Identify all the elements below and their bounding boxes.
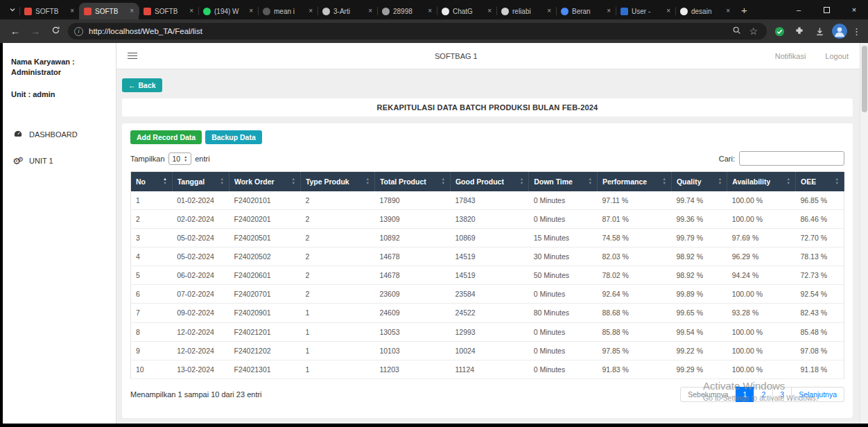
download-icon[interactable]: [812, 26, 827, 37]
column-header-good-product[interactable]: Good Product▲▼: [450, 172, 528, 192]
column-header-work-order[interactable]: Work Order▲▼: [229, 172, 300, 192]
tab-close-icon[interactable]: ×: [368, 8, 372, 15]
search-input[interactable]: [739, 151, 844, 166]
sidebar-item-unit-1[interactable]: ⚙⚙ UNIT 1: [11, 148, 107, 174]
browser-tab[interactable]: desain×: [675, 3, 735, 19]
browser-tab[interactable]: ChatG×: [437, 3, 496, 19]
table-cell: 2: [131, 210, 173, 229]
back-button[interactable]: ←Back: [122, 78, 162, 92]
extension-check-icon[interactable]: [772, 26, 787, 37]
forward-icon[interactable]: →: [28, 26, 43, 37]
browser-menu-icon[interactable]: ⋮: [852, 26, 860, 37]
notifications-link[interactable]: Notifikasi: [775, 52, 806, 60]
tab-close-icon[interactable]: ×: [189, 8, 193, 15]
site-info-icon[interactable]: i: [74, 27, 83, 36]
sort-icons: ▲▼: [520, 177, 523, 186]
tab-search-icon[interactable]: [6, 3, 19, 17]
table-cell: 6: [131, 285, 173, 304]
table-cell: 13-02-2024: [172, 360, 229, 378]
back-icon[interactable]: ←: [8, 26, 23, 37]
table-cell: 99.89 %: [671, 285, 727, 304]
tab-close-icon[interactable]: ×: [726, 8, 730, 15]
column-header-availability[interactable]: Availability▲▼: [727, 172, 796, 192]
add-record-button[interactable]: Add Record Data: [130, 130, 202, 144]
table-cell: 74.58 %: [597, 229, 671, 247]
scrollbar[interactable]: [860, 43, 868, 424]
browser-tab[interactable]: mean i×: [258, 3, 318, 19]
column-header-performance[interactable]: Performance▲▼: [597, 172, 671, 192]
sidebar: Nama Karyawan : Administrator Unit : adm…: [3, 43, 116, 424]
sort-icons: ▲▼: [662, 177, 666, 186]
browser-tab[interactable]: (194) W×: [198, 3, 258, 19]
column-header-no[interactable]: No▲▼: [131, 172, 173, 192]
browser-tab[interactable]: SOFTB×: [139, 3, 198, 19]
tab-title: mean i: [274, 8, 305, 15]
entries-value: 10: [173, 155, 181, 163]
column-header-tanggal[interactable]: Tanggal▲▼: [172, 172, 229, 192]
page-button-3[interactable]: 3: [772, 387, 792, 402]
backup-data-button[interactable]: Backup Data: [205, 130, 262, 144]
tab-favicon-icon: [322, 8, 330, 15]
column-header-type-produk[interactable]: Type Produk▲▼: [300, 172, 374, 192]
minimize-button[interactable]: –: [785, 0, 813, 19]
table-cell: 10103: [374, 341, 450, 360]
column-header-down-time[interactable]: Down Time▲▼: [529, 172, 598, 192]
zoom-icon[interactable]: [732, 25, 741, 37]
column-header-total-product[interactable]: Total Product▲▼: [374, 172, 450, 192]
page-button-1[interactable]: 1: [736, 387, 755, 402]
tab-close-icon[interactable]: ×: [249, 8, 253, 15]
hamburger-menu-icon[interactable]: [128, 53, 137, 60]
scrollbar-thumb[interactable]: [862, 46, 867, 112]
tab-close-icon[interactable]: ×: [428, 8, 432, 15]
table-cell: F24020501: [229, 229, 300, 247]
page-button-2[interactable]: 2: [754, 387, 773, 402]
tab-close-icon[interactable]: ×: [487, 8, 492, 15]
table-row: 607-02-2024F24020701223609235840 Minutes…: [131, 285, 844, 304]
browser-tab[interactable]: SOFTB×: [19, 3, 79, 19]
tab-favicon-icon: [501, 8, 509, 15]
entries-select[interactable]: 10 ▲▼: [168, 152, 192, 165]
tab-close-icon[interactable]: ×: [130, 8, 134, 15]
table-cell: 1: [300, 304, 374, 322]
table-cell: 15 Minutes: [529, 229, 598, 247]
table-cell: 14678: [374, 247, 450, 266]
extensions-puzzle-icon[interactable]: [792, 26, 807, 36]
browser-tab[interactable]: SOFTB×: [79, 3, 139, 19]
tab-close-icon[interactable]: ×: [547, 8, 551, 15]
logout-link[interactable]: Logout: [825, 52, 849, 60]
previous-page-button[interactable]: Sebelumnya: [680, 387, 736, 402]
browser-tab[interactable]: 3-Arti×: [318, 3, 377, 19]
table-cell: 11124: [450, 360, 528, 378]
column-header-oee[interactable]: OEE▲▼: [795, 172, 844, 192]
maximize-button[interactable]: [813, 0, 840, 19]
tab-close-icon[interactable]: ×: [70, 8, 74, 15]
table-cell: 1: [131, 191, 173, 210]
new-tab-button[interactable]: +: [741, 5, 747, 15]
table-row: 1013-02-2024F24021301111203111240 Minute…: [131, 360, 844, 378]
bookmark-star-icon[interactable]: ☆: [749, 26, 758, 36]
browser-tab[interactable]: Beran×: [556, 3, 616, 19]
sidebar-item-dashboard[interactable]: DASHBOARD: [11, 121, 107, 148]
browser-tab[interactable]: reliabi×: [496, 3, 556, 19]
column-label: Availability: [732, 177, 770, 186]
tab-favicon-icon: [203, 8, 211, 15]
tab-favicon-icon: [24, 8, 32, 15]
unit-label: Unit : admin: [11, 90, 107, 98]
browser-tab[interactable]: User -×: [616, 3, 675, 19]
tab-title: SOFTB: [155, 8, 186, 15]
next-page-button[interactable]: Selanjutnya: [791, 387, 844, 402]
refresh-icon[interactable]: [48, 26, 63, 37]
close-window-button[interactable]: ×: [840, 0, 868, 19]
browser-tab[interactable]: 28998×: [377, 3, 437, 19]
tab-close-icon[interactable]: ×: [666, 8, 670, 15]
tab-favicon-icon: [263, 8, 270, 15]
sort-icons: ▲▼: [291, 177, 295, 186]
tab-close-icon[interactable]: ×: [607, 8, 611, 15]
profile-avatar[interactable]: [832, 24, 847, 39]
table-cell: 23609: [374, 285, 450, 304]
table-cell: 2: [300, 210, 374, 229]
column-header-quality[interactable]: Quality▲▼: [671, 172, 727, 192]
tab-close-icon[interactable]: ×: [309, 8, 313, 15]
address-bar[interactable]: i http://localhost/Web_TA/Feal/list ☆: [68, 23, 767, 40]
main-area: SOFTBAG 1 Notifikasi Logout ←Back REKAPI…: [116, 43, 860, 424]
